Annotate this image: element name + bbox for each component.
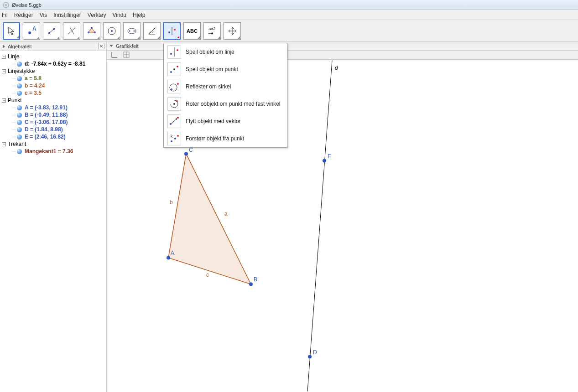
- tree-category-linjestykke[interactable]: −Linjestykke: [1, 67, 105, 75]
- text-icon: ABC: [187, 28, 198, 34]
- tree-item-c[interactable]: ⋯c = 3.5: [1, 89, 105, 97]
- tree-category-punkt[interactable]: −Punkt: [1, 97, 105, 104]
- transform-dropdown: Speil objekt om linje Speil objekt om pu…: [163, 43, 287, 148]
- dd-dilate[interactable]: k Forstørr objekt fra punkt: [164, 130, 287, 147]
- point-c[interactable]: [184, 152, 188, 156]
- svg-point-16: [129, 30, 130, 31]
- menu-verktoy[interactable]: Verktøy: [88, 12, 106, 18]
- menu-fil[interactable]: Fil: [2, 12, 8, 18]
- svg-text:A: A: [32, 26, 36, 32]
- svg-line-8: [70, 28, 74, 34]
- tree-item-pB[interactable]: ⋯B = (-0.49, 11.88): [1, 111, 105, 119]
- menu-rediger[interactable]: Rediger: [14, 12, 33, 18]
- svg-point-38: [174, 138, 176, 139]
- tool-point[interactable]: A: [23, 22, 40, 40]
- move-view-icon: [227, 26, 237, 36]
- tree-item-pD[interactable]: ⋯D = (1.84, 8.98): [1, 126, 105, 133]
- svg-point-26: [170, 71, 172, 73]
- axes-toggle-icon[interactable]: [110, 51, 119, 59]
- point-icon: A: [26, 26, 36, 36]
- line-d[interactable]: [307, 61, 332, 392]
- menu-vindu[interactable]: Vindu: [113, 12, 126, 18]
- dd-reflect-point[interactable]: Speil objekt om punkt: [164, 61, 287, 78]
- label-point-b: B: [254, 276, 257, 283]
- dilate-icon: k: [169, 133, 180, 144]
- collapse-icon: [3, 45, 5, 48]
- svg-point-10: [91, 27, 93, 29]
- svg-point-1: [5, 4, 7, 6]
- tree-category-trekant[interactable]: −Trekant: [1, 140, 105, 148]
- tool-line[interactable]: [43, 22, 60, 40]
- dd-translate[interactable]: Flytt objekt med vektor: [164, 113, 287, 130]
- point-e[interactable]: [323, 159, 326, 163]
- label-d: d: [335, 65, 338, 71]
- svg-point-12: [88, 31, 89, 33]
- point-b[interactable]: [249, 283, 253, 286]
- triangle-polygon[interactable]: [168, 154, 251, 284]
- tree-item-pC[interactable]: ⋯C = (-3.06, 17.08): [1, 119, 105, 126]
- tool-conic[interactable]: [123, 22, 141, 40]
- main-area: Algebrafelt ✕ −Linje ⋯d: -7.84x + 0.62y …: [0, 42, 578, 392]
- svg-point-2: [28, 31, 31, 34]
- tool-perpendicular[interactable]: [63, 22, 80, 40]
- tree-item-a[interactable]: ⋯a = 5.8: [1, 75, 105, 82]
- close-algebra-button[interactable]: ✕: [98, 43, 104, 49]
- svg-point-29: [171, 88, 172, 90]
- tool-angle[interactable]: α: [143, 22, 161, 40]
- svg-point-24: [177, 49, 178, 51]
- menu-vis[interactable]: Vis: [40, 12, 47, 18]
- tree-item-d[interactable]: ⋯d: -7.84x + 0.62y = -8.81: [1, 60, 105, 67]
- label-side-a: a: [224, 211, 228, 217]
- dd-rotate[interactable]: Roter oobjekt om punkt med fast vinkel: [164, 95, 287, 113]
- svg-line-33: [171, 119, 177, 124]
- toolbar: A α ABC a=2━●: [0, 20, 578, 42]
- menu-hjelp[interactable]: Hjelp: [133, 12, 145, 18]
- dd-label: Speil objekt om punkt: [186, 66, 238, 72]
- svg-point-5: [48, 32, 50, 34]
- window-titlebar: Øvelse 5.ggb: [0, 0, 578, 10]
- svg-point-21: [174, 29, 176, 31]
- perpendicular-icon: [67, 26, 77, 36]
- point-d[interactable]: [308, 355, 312, 359]
- grid-toggle-icon[interactable]: [122, 51, 130, 59]
- window-title: Øvelse 5.ggb: [12, 2, 42, 8]
- app-icon: [3, 2, 9, 8]
- dd-reflect-line[interactable]: Speil objekt om linje: [164, 43, 287, 61]
- algebra-header[interactable]: Algebrafelt ✕: [0, 42, 106, 51]
- line-icon: [47, 26, 57, 36]
- reflect-point-icon: [169, 64, 180, 75]
- tree-category-linje[interactable]: −Linje: [1, 53, 105, 60]
- arrow-icon: [6, 26, 16, 36]
- tool-move-view[interactable]: [224, 22, 241, 40]
- label-side-b: b: [170, 199, 173, 206]
- dd-reflect-circle[interactable]: Reflekter om sirkel: [164, 78, 287, 95]
- svg-point-6: [53, 28, 55, 30]
- tool-move[interactable]: [3, 22, 20, 40]
- tree-item-mangekant[interactable]: ⋯Mangekant1 = 7.36: [1, 148, 105, 155]
- svg-point-35: [177, 117, 179, 119]
- svg-point-31: [173, 103, 175, 105]
- circle-icon: [107, 26, 117, 36]
- point-a[interactable]: [167, 256, 170, 260]
- tree-item-b[interactable]: ⋯b = 4.24: [1, 82, 105, 89]
- tree-item-pE[interactable]: ⋯E = (2.46, 16.82): [1, 133, 105, 140]
- tool-slider[interactable]: a=2━●: [203, 22, 221, 40]
- menubar: Fil Rediger Vis Innstillinger Verktøy Vi…: [0, 10, 578, 20]
- reflect-line-icon: [167, 26, 177, 36]
- svg-point-14: [111, 30, 113, 32]
- conic-icon: [127, 26, 137, 36]
- svg-point-28: [170, 84, 177, 91]
- tool-polygon[interactable]: [83, 22, 100, 40]
- svg-point-23: [170, 53, 172, 55]
- dd-label: Roter oobjekt om punkt med fast vinkel: [186, 101, 280, 107]
- tool-transform[interactable]: [163, 22, 181, 40]
- menu-innstillinger[interactable]: Innstillinger: [53, 12, 81, 18]
- tool-text[interactable]: ABC: [183, 22, 201, 40]
- svg-point-39: [177, 135, 179, 137]
- dd-label: Reflekter om sirkel: [186, 83, 231, 90]
- rotate-icon: [169, 98, 180, 109]
- tree-item-pA[interactable]: ⋯A = (-3.83, 12.91): [1, 104, 105, 111]
- svg-point-20: [168, 31, 170, 33]
- tool-circle[interactable]: [103, 22, 120, 40]
- svg-point-34: [170, 123, 172, 125]
